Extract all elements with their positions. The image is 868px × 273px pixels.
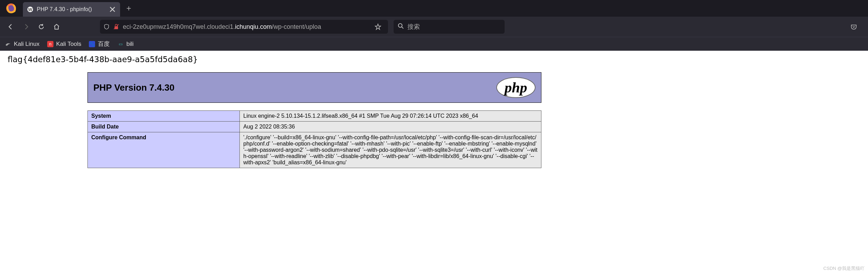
browser-chrome: W PHP 7.4.30 - phpinfo() + xyxy=(0,0,868,51)
bookmark-kali-linux[interactable]: Kali Linux xyxy=(5,41,40,48)
bookmark-label: Kali Linux xyxy=(14,41,40,48)
svg-line-7 xyxy=(402,27,404,28)
tab-title: PHP 7.4.30 - phpinfo() xyxy=(37,6,106,13)
table-row: Build Date Aug 2 2022 08:35:36 xyxy=(88,122,541,132)
url-suffix: /wp-content/uploa xyxy=(272,23,321,30)
page-content: flag{4def81e3-5b4f-438b-aae9-a5a5fd5da6a… xyxy=(0,51,868,172)
back-button[interactable] xyxy=(4,20,17,33)
row-key: Configure Command xyxy=(88,132,240,168)
kali-icon xyxy=(5,41,11,47)
bookmark-bili[interactable]: ▭ bili xyxy=(117,41,134,48)
url-text: eci-2ze0upmwz149h0mq7wel.cloudeci1.ichun… xyxy=(123,23,368,31)
row-value: './configure' '--build=x86_64-linux-gnu'… xyxy=(240,132,541,168)
search-placeholder: 搜索 xyxy=(407,23,420,31)
url-bar[interactable]: eci-2ze0upmwz149h0mq7wel.cloudeci1.ichun… xyxy=(100,20,388,34)
table-row: System Linux engine-2 5.10.134-15.1.2.li… xyxy=(88,111,541,122)
row-key: Build Date xyxy=(88,122,240,132)
bookmarks-bar: Kali Linux n Kali Tools 🐾 百度 ▭ bili xyxy=(0,37,868,51)
close-icon[interactable] xyxy=(109,6,116,13)
nav-bar: eci-2ze0upmwz149h0mq7wel.cloudeci1.ichun… xyxy=(0,17,868,37)
lock-icon xyxy=(113,24,119,30)
row-value: Linux engine-2 5.10.134-15.1.2.lifsea8.x… xyxy=(240,111,541,122)
url-domain: ichunqiu.com xyxy=(235,23,272,30)
bookmark-label: Kali Tools xyxy=(56,41,81,48)
bookmark-kali-tools[interactable]: n Kali Tools xyxy=(47,41,81,48)
tab-strip: W PHP 7.4.30 - phpinfo() + xyxy=(0,0,868,17)
bookmark-star-icon[interactable] xyxy=(371,20,385,33)
search-bar[interactable]: 搜索 xyxy=(394,20,505,34)
reload-button[interactable] xyxy=(35,20,48,33)
baidu-icon: 🐾 xyxy=(89,41,95,47)
flag-text: flag{4def81e3-5b4f-438b-aae9-a5a5fd5da6a… xyxy=(8,55,860,64)
svg-text:W: W xyxy=(28,7,32,12)
svg-point-6 xyxy=(398,23,402,27)
forward-button[interactable] xyxy=(19,20,33,33)
toolbar-right xyxy=(847,20,864,33)
phpinfo-table: System Linux engine-2 5.10.134-15.1.2.li… xyxy=(87,110,541,168)
table-row: Configure Command './configure' '--build… xyxy=(88,132,541,168)
watermark: CSDN @我是黑猫吖 xyxy=(823,265,865,272)
search-icon xyxy=(398,23,404,31)
bookmark-label: bili xyxy=(126,41,134,48)
php-logo: php xyxy=(496,77,536,98)
shield-icon xyxy=(103,24,110,30)
php-version-title: PHP Version 7.4.30 xyxy=(93,82,175,93)
browser-tab[interactable]: W PHP 7.4.30 - phpinfo() xyxy=(23,2,120,17)
bookmark-label: 百度 xyxy=(98,40,110,48)
wordpress-icon: W xyxy=(27,6,33,13)
home-button[interactable] xyxy=(50,20,63,33)
kali-tools-icon: n xyxy=(47,41,53,47)
pocket-icon[interactable] xyxy=(847,20,860,33)
bookmark-baidu[interactable]: 🐾 百度 xyxy=(89,40,110,48)
row-key: System xyxy=(88,111,240,122)
url-prefix: eci-2ze0upmwz149h0mq7wel.cloudeci1. xyxy=(123,23,235,30)
phpinfo-container: PHP Version 7.4.30 php System Linux engi… xyxy=(87,72,541,168)
row-value: Aug 2 2022 08:35:36 xyxy=(240,122,541,132)
bili-icon: ▭ xyxy=(117,41,124,47)
firefox-icon xyxy=(6,3,17,14)
php-header: PHP Version 7.4.30 php xyxy=(87,72,541,103)
new-tab-button[interactable]: + xyxy=(120,3,137,13)
